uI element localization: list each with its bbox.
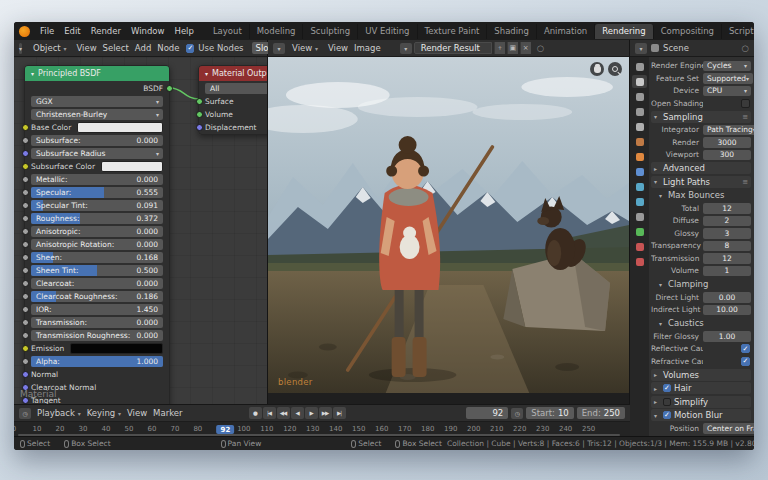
input-socket-gray[interactable] — [22, 228, 29, 235]
dropdown-device[interactable]: CPU▾ — [703, 86, 751, 97]
value-slider[interactable]: Specular:0.555 — [31, 187, 163, 198]
current-frame-indicator[interactable]: 92 — [217, 425, 235, 434]
editor-type-properties-icon[interactable]: ▾ — [635, 43, 647, 54]
principled-bsdf-node[interactable]: ▾ Principled BSDF BSDF GGX▾Christensen-B… — [24, 65, 170, 404]
panel-simplify[interactable]: ▸Simplify — [651, 396, 751, 408]
properties-tab-world[interactable] — [632, 135, 647, 148]
value-slider[interactable]: Alpha:1.000 — [31, 356, 163, 367]
input-socket-gray[interactable] — [22, 254, 29, 261]
input-socket-gray[interactable] — [22, 280, 29, 287]
properties-tab-object-data[interactable] — [632, 225, 647, 238]
play-button[interactable]: ▶ — [305, 407, 318, 419]
number-field-viewport[interactable]: 300 — [703, 150, 751, 161]
dropdown-render-engine[interactable]: Cycles▾ — [703, 61, 751, 72]
use-nodes-checkbox[interactable]: ✓ — [186, 44, 194, 53]
input-socket-purple[interactable] — [22, 371, 29, 378]
workspace-tab-rendering[interactable]: Rendering — [595, 24, 653, 39]
checkbox-refractive-caustics[interactable]: ✓ — [741, 357, 750, 366]
shader-menu-add[interactable]: Add — [132, 42, 154, 54]
blender-logo-icon[interactable] — [19, 26, 30, 37]
input-socket-gray[interactable] — [22, 293, 29, 300]
record-button[interactable]: ● — [249, 407, 262, 419]
preview-range-icon[interactable]: ◷ — [511, 408, 523, 419]
image-datablock-name[interactable]: Render Result — [414, 42, 492, 54]
workspace-tab-texture-paint[interactable]: Texture Paint — [418, 24, 488, 39]
input-socket-gray[interactable] — [22, 202, 29, 209]
workspace-tab-uv-editing[interactable]: UV Editing — [358, 24, 417, 39]
panel-advanced[interactable]: ▸Advanced — [651, 162, 751, 174]
image-mode-dropdown[interactable]: View ▾ — [289, 42, 321, 54]
menu-help[interactable]: Help — [169, 24, 198, 38]
input-socket-gray[interactable] — [22, 306, 29, 313]
play-reverse-button[interactable]: ◀ — [291, 407, 304, 419]
image-menu-image[interactable]: Image — [351, 42, 384, 54]
dropdown-field[interactable]: Subsurface Radius▾ — [31, 148, 163, 159]
input-socket-gray[interactable] — [22, 319, 29, 326]
number-field-total[interactable]: 12 — [703, 203, 751, 214]
properties-tab-tool[interactable] — [632, 60, 647, 73]
frame-start-field[interactable]: Start:10 — [526, 407, 573, 419]
checkbox-open-shading-language[interactable] — [741, 99, 750, 108]
input-socket-gray[interactable] — [22, 176, 29, 183]
panel-hair[interactable]: ▸✓Hair — [651, 382, 751, 394]
panel-max-bounces[interactable]: ▾Max Bounces — [656, 189, 751, 201]
input-socket-gray[interactable] — [22, 358, 29, 365]
properties-tab-constraints[interactable] — [632, 210, 647, 223]
properties-tab-view-layer[interactable] — [632, 105, 647, 118]
workspace-tab-shading[interactable]: Shading — [487, 24, 537, 39]
number-field-filter-glossy[interactable]: 1.00 — [703, 331, 751, 342]
workspace-tab-animation[interactable]: Animation — [537, 24, 595, 39]
panel-checkbox-simplify[interactable] — [663, 398, 671, 406]
value-slider[interactable]: Sheen Tint:0.500 — [31, 265, 163, 276]
input-socket-yellow[interactable] — [22, 124, 29, 131]
value-slider[interactable]: Transmission:0.000 — [31, 317, 163, 328]
number-field-transparency[interactable]: 8 — [703, 241, 751, 252]
value-slider[interactable]: Roughness:0.372 — [31, 213, 163, 224]
value-slider[interactable]: Clearcoat:0.000 — [31, 278, 163, 289]
workspace-tab-scripting[interactable]: Scripting — [722, 24, 754, 39]
input-socket-gray[interactable] — [22, 189, 29, 196]
image-open-button[interactable]: ▣ — [507, 42, 518, 54]
previous-keyframe-button[interactable]: ◀◀ — [277, 407, 290, 419]
image-new-button[interactable]: ＋ — [494, 42, 505, 54]
browse-image-icon[interactable]: ▾ — [400, 43, 412, 54]
dropdown-feature-set[interactable]: Supported▾ — [703, 73, 753, 84]
timeline-scrollbar[interactable] — [18, 434, 620, 437]
panel-checkbox-motion-blur[interactable]: ✓ — [663, 411, 671, 419]
timeline-menu-marker[interactable]: Marker — [150, 407, 185, 419]
input-socket-gray[interactable] — [22, 332, 29, 339]
number-field-indirect-light[interactable]: 10.00 — [703, 305, 751, 316]
value-slider[interactable]: Subsurface:0.000 — [31, 135, 163, 146]
workspace-tab-compositing[interactable]: Compositing — [654, 24, 722, 39]
workspace-tab-sculpting[interactable]: Sculpting — [303, 24, 358, 39]
bsdf-node-header[interactable]: ▾ Principled BSDF — [25, 66, 169, 81]
editor-type-image-icon[interactable]: ▾ — [273, 43, 285, 54]
menu-window[interactable]: Window — [126, 24, 170, 38]
dropdown-position[interactable]: Center on Frame▾ — [703, 423, 754, 434]
timeline-ruler[interactable]: 0102030405060708010011012013014015016017… — [14, 422, 630, 436]
number-field-render[interactable]: 3000 — [703, 137, 751, 148]
jump-to-start-button[interactable]: |◀ — [263, 407, 276, 419]
properties-tab-texture[interactable] — [632, 255, 647, 268]
presets-menu-icon[interactable]: ≡ — [742, 113, 748, 121]
color-swatch[interactable] — [101, 161, 163, 172]
slider-shutter[interactable]: 0.50 — [703, 436, 751, 437]
value-slider[interactable]: IOR:1.450 — [31, 304, 163, 315]
number-field-direct-light[interactable]: 0.00 — [703, 292, 751, 303]
number-field-diffuse[interactable]: 2 — [703, 216, 751, 227]
color-swatch[interactable] — [70, 343, 163, 354]
bsdf-output-socket[interactable] — [166, 85, 173, 92]
zoom-magnifier-button[interactable] — [608, 62, 622, 76]
presets-menu-icon[interactable]: ≡ — [742, 178, 748, 186]
value-slider[interactable]: Anisotropic Rotation:0.000 — [31, 239, 163, 250]
panel-clamping[interactable]: ▾Clamping — [656, 278, 751, 290]
panel-volumes[interactable]: ▸Volumes — [651, 369, 751, 381]
timeline-menu-keying[interactable]: Keying ▾ — [84, 407, 124, 419]
input-socket-yellow[interactable] — [22, 163, 29, 170]
menu-file[interactable]: File — [35, 24, 59, 38]
image-pin-icon[interactable]: ○ — [537, 43, 544, 53]
menu-render[interactable]: Render — [86, 24, 126, 38]
workspace-tab-layout[interactable]: Layout — [206, 24, 250, 39]
value-slider[interactable]: Transmission Roughness:0.000 — [31, 330, 163, 341]
properties-tab-modifiers[interactable] — [632, 165, 647, 178]
